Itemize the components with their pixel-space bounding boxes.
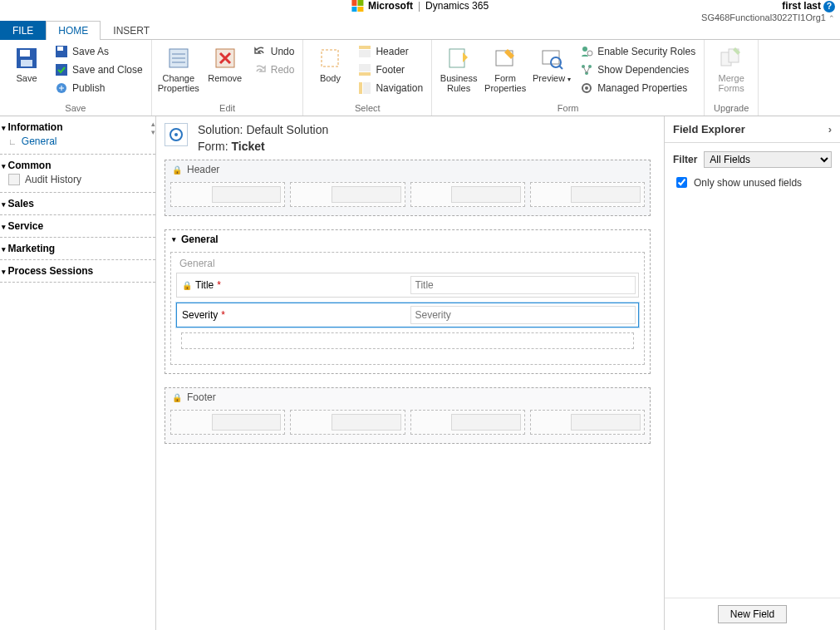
new-field-button[interactable]: New Field <box>718 605 787 623</box>
enable-security-roles-button[interactable]: Enable Security Roles <box>577 43 699 60</box>
ribbon-group-label-upgrade: Upgrade <box>705 101 758 116</box>
ribbon-group-label-form: Form <box>432 101 704 116</box>
form-section-footer[interactable]: 🔒Footer <box>165 387 651 444</box>
filter-select[interactable]: All Fields <box>704 151 832 168</box>
nav-item-audit-history[interactable]: Audit History <box>2 171 152 187</box>
ribbon-group-label-select: Select <box>303 101 431 116</box>
required-icon: * <box>221 309 225 321</box>
lock-icon: 🔒 <box>172 393 182 402</box>
field-row-severity[interactable]: Severity* <box>176 303 639 327</box>
svg-rect-4 <box>57 47 63 51</box>
filter-label: Filter <box>673 154 697 165</box>
nav-heading-information[interactable]: Information <box>2 121 152 133</box>
svg-rect-15 <box>359 64 371 71</box>
header-slot[interactable] <box>290 182 405 207</box>
tab-insert[interactable]: INSERT <box>101 21 162 40</box>
required-icon: * <box>217 279 221 291</box>
ribbon-group-label-save: Save <box>0 101 151 116</box>
brand-bar: Microsoft | Dynamics 365 first last? SG4… <box>0 0 840 20</box>
field-row-title[interactable]: 🔒Title* <box>176 273 639 298</box>
business-rules-button[interactable]: Business Rules <box>437 43 480 95</box>
svg-rect-12 <box>322 50 338 66</box>
nav-heading-marketing[interactable]: Marketing <box>2 243 152 254</box>
nav-heading-process-sessions[interactable]: Process Sessions <box>2 265 152 277</box>
chevron-right-icon[interactable]: › <box>828 123 832 135</box>
header-slot[interactable] <box>530 182 645 207</box>
field-explorer-header[interactable]: Field Explorer › <box>665 116 840 143</box>
nav-section-service: Service <box>0 215 155 238</box>
svg-rect-18 <box>363 82 371 94</box>
undo-button[interactable]: Undo <box>250 43 298 60</box>
org-caret-icon: ⌃ <box>828 14 835 22</box>
footer-slot[interactable] <box>290 410 405 435</box>
ribbon-group-edit: Change Properties Remove Undo Redo Edit <box>152 40 304 116</box>
svg-rect-1 <box>20 50 30 57</box>
select-footer-button[interactable]: Footer <box>355 62 426 78</box>
save-button[interactable]: Save <box>5 43 48 85</box>
unused-fields-checkbox-input[interactable] <box>676 177 687 188</box>
svg-rect-14 <box>359 50 371 57</box>
brand-company: Microsoft <box>368 0 413 12</box>
unused-fields-checkbox[interactable]: Only show unused fields <box>673 175 832 190</box>
save-close-icon <box>55 63 68 76</box>
field-input-title[interactable] <box>410 276 636 294</box>
select-header-button[interactable]: Header <box>355 43 426 60</box>
lock-icon: 🔒 <box>182 281 192 290</box>
form-tab-general[interactable]: General 🔒Title* Severity* <box>170 252 645 365</box>
properties-icon <box>165 45 192 71</box>
save-as-icon <box>55 45 68 58</box>
nav-heading-common[interactable]: Common <box>2 160 152 171</box>
form-section-header[interactable]: 🔒Header <box>165 160 651 216</box>
empty-drop-area[interactable] <box>181 332 634 349</box>
svg-rect-5 <box>56 64 67 76</box>
select-body-button[interactable]: Body <box>308 43 351 85</box>
nav-section-information: Information ∟General <box>0 116 155 155</box>
remove-icon <box>212 45 238 71</box>
save-as-button[interactable]: Save As <box>52 43 146 60</box>
tab-file[interactable]: FILE <box>0 21 46 40</box>
section-heading-general[interactable]: General <box>165 230 650 249</box>
merge-icon <box>718 45 744 71</box>
svg-point-30 <box>585 86 588 90</box>
redo-button[interactable]: Redo <box>250 62 298 78</box>
field-input-severity[interactable] <box>410 306 636 324</box>
form-section-general[interactable]: General General 🔒Title* Severity* <box>165 229 651 374</box>
nav-heading-service[interactable]: Service <box>2 220 152 232</box>
managed-properties-button[interactable]: Managed Properties <box>577 80 699 96</box>
footer-slot[interactable] <box>530 410 645 435</box>
show-dependencies-button[interactable]: Show Dependencies <box>577 62 699 78</box>
nav-section-process-sessions: Process Sessions <box>0 260 155 283</box>
remove-button[interactable]: Remove <box>204 43 247 85</box>
undo-icon <box>253 45 267 58</box>
scroll-hint-icon[interactable]: ▴▾ <box>151 120 155 136</box>
help-icon[interactable]: ? <box>823 1 835 12</box>
form-canvas: Solution: Default Solution Form: Ticket … <box>156 116 664 630</box>
publish-button[interactable]: Publish <box>52 80 146 96</box>
nav-item-general[interactable]: ∟General <box>2 133 152 149</box>
preview-icon <box>538 45 565 71</box>
nav-heading-sales[interactable]: Sales <box>2 198 152 209</box>
preview-button[interactable]: Preview ▾ <box>530 43 573 85</box>
footer-icon <box>358 63 371 76</box>
dependencies-icon <box>580 63 593 76</box>
publish-icon <box>55 81 68 95</box>
footer-slot[interactable] <box>170 410 285 435</box>
form-properties-button[interactable]: Form Properties <box>484 43 527 95</box>
header-slot[interactable] <box>170 182 285 207</box>
body-icon <box>317 45 343 71</box>
form-properties-icon <box>492 45 518 71</box>
footer-slot[interactable] <box>410 410 525 435</box>
select-navigation-button[interactable]: Navigation <box>355 80 426 96</box>
left-navigation: ▴▾ Information ∟General Common Audit His… <box>0 116 156 630</box>
header-slot[interactable] <box>410 182 525 207</box>
redo-icon <box>253 63 267 76</box>
save-and-close-button[interactable]: Save and Close <box>52 62 146 78</box>
svg-rect-16 <box>359 72 371 76</box>
tab-home[interactable]: HOME <box>46 21 101 40</box>
security-icon <box>580 45 593 58</box>
merge-forms-button[interactable]: Merge Forms <box>710 43 753 95</box>
change-properties-button[interactable]: Change Properties <box>157 43 200 95</box>
solution-line: Solution: Default Solution <box>198 123 328 136</box>
svg-point-24 <box>582 47 587 52</box>
user-block[interactable]: first last? SG468Functional3022TI1Org1 ⌃ <box>701 0 835 24</box>
